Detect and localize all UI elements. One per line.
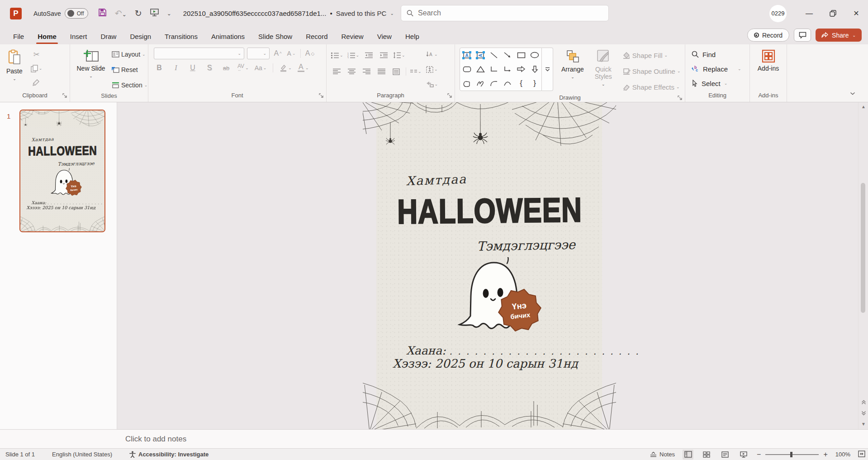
shape-right-brace[interactable]: } [528, 77, 541, 91]
replace-button[interactable]: bc Replace ⌄ [692, 62, 747, 76]
align-right-button[interactable] [361, 66, 372, 77]
align-left-button[interactable] [331, 66, 342, 77]
slide-subtitle-top[interactable]: Хамтдаа [406, 172, 467, 188]
slide-thumbnail[interactable]: Хамтдаа HALLOWEEN Тэмдэглэцгээе Үнэ бичи… [19, 110, 105, 232]
shape-elbow-connector[interactable] [487, 62, 501, 76]
reading-view-button[interactable] [720, 450, 730, 460]
decrease-indent-button[interactable] [363, 49, 374, 61]
slide-when-line[interactable]: Хэзээ: 2025 он 10 сарын 31нд [26, 205, 95, 210]
slide-subtitle-top[interactable]: Хамтдаа [31, 136, 54, 142]
shape-down-arrow[interactable] [528, 62, 541, 76]
font-name-combo[interactable]: ⌄ [154, 48, 244, 59]
text-direction-button[interactable]: A⌄ [426, 48, 438, 60]
bold-button[interactable]: B [154, 62, 165, 74]
share-button[interactable]: Share ⌄ [816, 29, 862, 42]
vertical-scrollbar[interactable]: ▲ ▼ [858, 102, 868, 429]
price-badge[interactable]: Үнэ бичих [65, 179, 83, 197]
shape-curve[interactable] [501, 77, 514, 91]
distribute-text-button[interactable] [391, 66, 402, 77]
language-indicator[interactable]: English (United States) [52, 451, 112, 458]
scroll-up-arrow-icon[interactable]: ▲ [859, 104, 868, 109]
document-title[interactable]: 202510_a39050ff635eccccc037aed65871de1..… [183, 10, 394, 17]
italic-button[interactable]: I [171, 62, 181, 74]
previous-slide-button[interactable] [859, 400, 868, 406]
convert-smartart-button[interactable]: ⌄ [426, 78, 438, 90]
shape-scribble[interactable] [474, 77, 487, 91]
tab-help[interactable]: Help [398, 29, 426, 44]
tab-transitions[interactable]: Transitions [158, 29, 204, 44]
save-button[interactable] [98, 8, 107, 19]
increase-indent-button[interactable] [378, 49, 389, 61]
zoom-slider[interactable] [765, 454, 819, 455]
minimize-button[interactable]: — [797, 0, 821, 27]
drawing-dialog-launcher[interactable] [678, 95, 683, 102]
customize-qat-chevron-icon[interactable]: ⌄ [167, 10, 171, 17]
tab-view[interactable]: View [370, 29, 398, 44]
slide-subtitle-bottom[interactable]: Тэмдэглэцгээе [54, 161, 94, 167]
notes-toggle-button[interactable]: Notes [650, 451, 675, 458]
slide-indicator[interactable]: Slide 1 of 1 [5, 451, 35, 458]
columns-button[interactable]: ⌄ [410, 66, 422, 77]
copy-button[interactable]: ⌄ [31, 62, 43, 74]
tab-slide-show[interactable]: Slide Show [251, 29, 299, 44]
tab-record[interactable]: Record [299, 29, 334, 44]
shape-gallery-more-button[interactable] [542, 48, 553, 91]
slide-where-line[interactable]: Хаана: . . . . . . . . . . . . . . . . .… [32, 201, 105, 206]
cut-button[interactable]: ✂ [31, 48, 43, 60]
align-center-button[interactable] [346, 66, 357, 77]
highlight-color-button[interactable]: ⌄ [280, 62, 292, 74]
fit-to-window-button[interactable] [858, 450, 865, 459]
addins-button[interactable]: Add-ins [754, 48, 783, 91]
scrollbar-thumb[interactable] [861, 183, 865, 313]
slideshow-view-button[interactable] [738, 450, 749, 460]
new-slide-button[interactable]: New Slide ⌄ [73, 48, 109, 91]
clipboard-dialog-launcher[interactable] [62, 93, 67, 100]
accessibility-checker[interactable]: Accessibility: Investigate [129, 451, 209, 458]
record-button[interactable]: Record [747, 29, 789, 42]
clear-formatting-button[interactable]: A◇ [304, 48, 315, 59]
character-spacing-button[interactable]: AV↔⌄ [237, 62, 249, 74]
layout-button[interactable]: Layout⌄ [112, 48, 147, 61]
tab-file[interactable]: File [6, 29, 31, 44]
select-button[interactable]: Select ⌄ [692, 77, 747, 90]
shape-effects-button[interactable]: Shape Effects⌄ [623, 81, 681, 93]
shape-rounded-rectangle[interactable] [460, 62, 474, 76]
format-painter-button[interactable] [31, 77, 43, 88]
tab-insert[interactable]: Insert [63, 29, 94, 44]
shape-right-arrow[interactable] [514, 62, 528, 76]
search-box[interactable] [401, 5, 609, 21]
start-slideshow-button[interactable] [150, 9, 159, 19]
zoom-slider-knob[interactable] [790, 452, 792, 457]
slide-subtitle-bottom[interactable]: Тэмдэглэцгээе [467, 237, 576, 254]
zoom-in-button[interactable]: + [823, 450, 827, 459]
search-input[interactable] [418, 9, 603, 17]
shape-line[interactable] [487, 48, 501, 62]
find-button[interactable]: Find [692, 48, 747, 61]
quick-styles-button[interactable]: Quick Styles ⌄ [588, 48, 619, 93]
shape-triangle[interactable] [474, 62, 487, 76]
font-dialog-launcher[interactable] [319, 93, 324, 100]
close-button[interactable]: ✕ [844, 0, 868, 27]
font-color-button[interactable]: A ⌄ [298, 62, 309, 74]
zoom-level[interactable]: 100% [835, 451, 850, 458]
tab-animations[interactable]: Animations [204, 29, 251, 44]
autosave-toggle[interactable]: Off [65, 8, 88, 19]
underline-button[interactable]: U [187, 62, 198, 74]
text-shadow-button[interactable]: S [204, 62, 215, 74]
tab-draw[interactable]: Draw [94, 29, 123, 44]
comments-button[interactable] [794, 29, 811, 42]
tab-design[interactable]: Design [123, 29, 158, 44]
slide-sorter-view-button[interactable] [701, 450, 712, 460]
shape-oval[interactable] [528, 48, 541, 62]
shape-left-brace[interactable]: { [514, 77, 528, 91]
shape-vertical-textbox[interactable]: A [474, 48, 487, 62]
grow-font-button[interactable]: A^ [272, 48, 283, 59]
strikethrough-button[interactable]: ab [221, 62, 232, 74]
shape-textbox[interactable]: A [460, 48, 474, 62]
change-case-button[interactable]: Aa⌄ [255, 62, 267, 74]
user-avatar[interactable]: 0229 [769, 5, 787, 22]
zoom-out-button[interactable]: − [757, 450, 761, 459]
shape-elbow-arrow-connector[interactable] [501, 62, 514, 76]
shape-freeform[interactable] [460, 77, 474, 91]
undo-button[interactable]: ↶⌄ [115, 8, 127, 19]
